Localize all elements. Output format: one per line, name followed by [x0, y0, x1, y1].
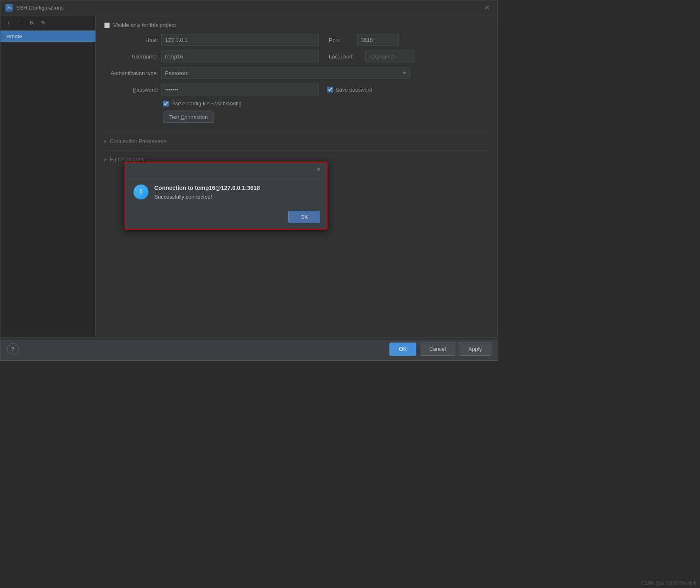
- success-dialog-title: Connection to temp16@127.0.0.1:3618: [154, 185, 318, 191]
- username-label: Username:: [104, 53, 158, 60]
- divider-2: [104, 150, 489, 151]
- test-connection-button[interactable]: Test Connection: [163, 112, 214, 123]
- save-password-wrapper: Save password: [327, 87, 372, 93]
- visible-project-row: Visible only for this project: [104, 22, 489, 28]
- port-input[interactable]: [357, 34, 399, 46]
- title-bar: PC SSH Configurations ✕: [0, 0, 497, 15]
- parse-config-row: Parse config file ~/.ssh/config: [163, 100, 489, 107]
- sidebar-item-remote[interactable]: remote: [0, 31, 95, 42]
- host-input[interactable]: [161, 34, 319, 46]
- visible-project-label[interactable]: Visible only for this project: [113, 22, 176, 28]
- parse-config-checkbox[interactable]: [163, 101, 169, 107]
- success-dialog-body: ! Connection to temp16@127.0.0.1:3618 Su…: [125, 176, 327, 207]
- host-row: Host: Port:: [104, 34, 489, 46]
- auth-select-wrapper: Password Key pair OpenSSH config and aut…: [161, 67, 410, 79]
- save-password-checkbox[interactable]: [327, 87, 333, 92]
- auth-type-label: Authentication type:: [104, 70, 158, 76]
- localport-label: Local port:: [329, 53, 362, 60]
- window-close-button[interactable]: ✕: [482, 3, 492, 12]
- success-dialog-ok-button[interactable]: OK: [288, 211, 320, 223]
- success-dialog-close-button[interactable]: ✕: [314, 165, 323, 173]
- password-row: Password: Save password: [104, 84, 489, 95]
- app-icon: PC: [5, 4, 13, 12]
- password-input[interactable]: [161, 84, 319, 95]
- success-dialog-text: Connection to temp16@127.0.0.1:3618 Succ…: [154, 185, 318, 200]
- conn-params-label: Connection Parameters: [110, 138, 167, 144]
- success-dialog-titlebar: ✕: [125, 163, 327, 176]
- visible-project-checkbox[interactable]: [104, 22, 110, 28]
- auth-type-select[interactable]: Password Key pair OpenSSH config and aut…: [161, 67, 410, 79]
- success-dialog-footer: OK: [125, 207, 327, 229]
- port-label: Port:: [329, 37, 354, 43]
- username-row: Username: Local port:: [104, 51, 489, 62]
- window-title: SSH Configurations: [16, 5, 482, 11]
- remove-config-button[interactable]: −: [15, 18, 25, 28]
- auth-type-row: Authentication type: Password Key pair O…: [104, 67, 489, 79]
- cancel-button[interactable]: Cancel: [420, 343, 455, 356]
- success-dialog: ✕ ! Connection to temp16@127.0.0.1:3618 …: [124, 162, 328, 230]
- http-arrow: ▶: [104, 157, 107, 162]
- add-config-button[interactable]: +: [4, 18, 14, 28]
- ok-button[interactable]: OK: [389, 343, 416, 356]
- sidebar-toolbar: + − ⎘ ✎: [0, 15, 95, 31]
- watermark: CSDN @白马长枪不怯地水: [638, 578, 700, 588]
- username-input[interactable]: [161, 51, 319, 62]
- info-icon: !: [134, 185, 148, 199]
- edit-config-button[interactable]: ✎: [39, 18, 49, 28]
- save-password-label[interactable]: Save password: [335, 87, 372, 93]
- sidebar: + − ⎘ ✎ remote: [0, 15, 96, 360]
- success-dialog-subtitle: Successfully connected!: [154, 194, 318, 200]
- bottom-toolbar: ? OK Cancel Apply: [0, 337, 498, 360]
- parse-config-label[interactable]: Parse config file ~/.ssh/config: [171, 100, 241, 107]
- apply-button[interactable]: Apply: [459, 343, 491, 356]
- test-connection-wrapper: Test Connection: [104, 112, 489, 129]
- password-label: Password:: [104, 87, 158, 93]
- help-button[interactable]: ?: [7, 343, 19, 355]
- localport-input[interactable]: [365, 51, 415, 62]
- divider-1: [104, 132, 489, 132]
- host-label: Host:: [104, 37, 158, 43]
- copy-config-button[interactable]: ⎘: [27, 18, 37, 28]
- conn-params-arrow: ▶: [104, 139, 107, 143]
- conn-params-section[interactable]: ▶ Connection Parameters: [104, 136, 489, 147]
